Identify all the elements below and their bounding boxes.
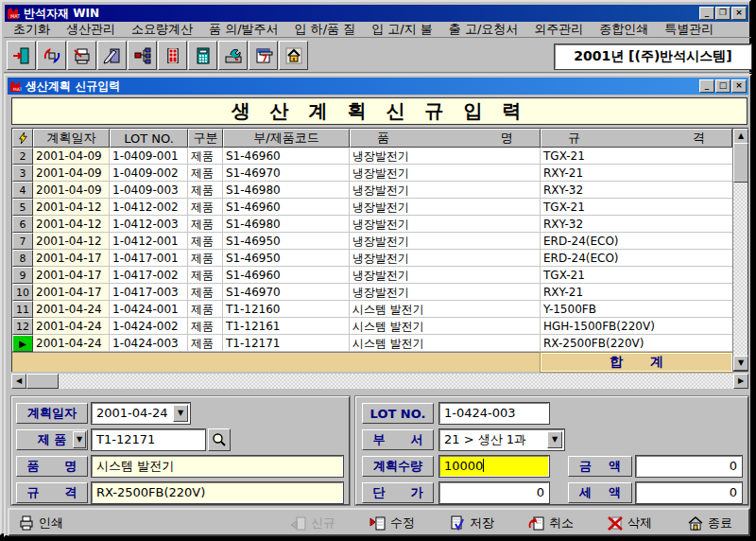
scroll-right-button[interactable]: ▶ <box>733 374 748 389</box>
cell-lot-no[interactable]: 1-0412-001 <box>110 233 188 250</box>
menu-item-receipt-payment[interactable]: 입 고/지 불 <box>371 21 433 38</box>
cell-lot-no[interactable]: 1-0424-003 <box>110 335 188 352</box>
department-combobox[interactable]: 21 > 생산 1과 ▼ <box>439 429 564 450</box>
cell-product-code[interactable]: T1-12161 <box>223 318 350 335</box>
dialog-restore-button[interactable]: □ <box>715 79 730 93</box>
cell-type[interactable]: 제품 <box>188 216 223 233</box>
cell-product-code[interactable]: T1-12171 <box>223 335 350 352</box>
cell-plan-date[interactable]: 2001-04-12 <box>33 233 110 250</box>
cell-spec[interactable]: TGX-21 <box>541 148 732 165</box>
cell-product-name[interactable]: 냉장발전기 <box>350 233 541 250</box>
product-type-combobox[interactable]: 제 품 ▼ <box>16 429 88 450</box>
toolbar-exit-button[interactable] <box>7 41 36 70</box>
cell-plan-date[interactable]: 2001-04-12 <box>33 216 110 233</box>
cell-type[interactable]: 제품 <box>188 148 223 165</box>
cell-product-name[interactable]: 냉장발전기 <box>350 284 541 301</box>
toolbar-calendar-button[interactable]: 7 <box>249 41 278 70</box>
cancel-button[interactable]: 취소 <box>525 512 576 533</box>
header-product-code[interactable]: 부/제품코드 <box>223 129 350 148</box>
save-button[interactable]: 저장 <box>446 512 497 533</box>
cell-lot-no[interactable]: 1-0409-002 <box>110 165 188 182</box>
cell-spec[interactable]: Y-1500FB <box>541 301 732 318</box>
header-type[interactable]: 구분 <box>188 129 223 148</box>
table-row[interactable]: 7 2001-04-12 1-0412-001 제품 S1-46950 냉장발전… <box>12 233 732 250</box>
cell-product-name[interactable]: 냉장발전기 <box>350 250 541 267</box>
cell-lot-no[interactable]: 1-0417-002 <box>110 267 188 284</box>
cell-lot-no[interactable]: 1-0417-003 <box>110 284 188 301</box>
cell-product-name[interactable]: 냉장발전기 <box>350 199 541 216</box>
menu-item-print-all[interactable]: 종합인쇄 <box>599 21 648 38</box>
cell-spec[interactable]: TGX-21 <box>541 199 732 216</box>
new-button[interactable]: 신규 <box>287 512 338 533</box>
cell-plan-date[interactable]: 2001-04-17 <box>33 284 110 301</box>
cell-plan-date[interactable]: 2001-04-12 <box>33 199 110 216</box>
table-row[interactable]: ▶ 2001-04-24 1-0424-003 제품 T1-12171 시스템 … <box>12 335 732 352</box>
menu-item-special[interactable]: 특별관리 <box>664 21 713 38</box>
toolbar-print-button[interactable] <box>67 41 96 70</box>
cell-type[interactable]: 제품 <box>188 165 223 182</box>
table-row[interactable]: 8 2001-04-17 1-0417-001 제품 S1-46950 냉장발전… <box>12 250 732 267</box>
cell-spec[interactable]: RXY-21 <box>541 165 732 182</box>
toolbar-register-button[interactable] <box>97 41 127 70</box>
cell-spec[interactable]: RX-2500FB(220V) <box>541 335 732 352</box>
cell-spec[interactable]: RXY-21 <box>541 284 732 301</box>
cell-lot-no[interactable]: 1-0412-003 <box>110 216 188 233</box>
row-number-cell[interactable]: 4 <box>12 182 33 199</box>
vertical-scroll-thumb[interactable] <box>733 143 748 183</box>
minimize-button[interactable]: _ <box>699 7 714 20</box>
cell-product-name[interactable]: 시스템 발전기 <box>350 318 541 335</box>
menu-item-receiving-quality[interactable]: 입 하/품 질 <box>295 21 356 38</box>
row-number-cell[interactable]: 8 <box>12 250 33 267</box>
toolbar-refresh-button[interactable] <box>37 41 66 70</box>
menu-item-outsourcing[interactable]: 외주관리 <box>534 21 583 38</box>
table-row[interactable]: 3 2001-04-09 1-0409-002 제품 S1-46970 냉장발전… <box>12 165 732 182</box>
tax-field[interactable]: 0 <box>636 482 742 503</box>
toolbar-ledger-button[interactable] <box>158 41 187 70</box>
cell-product-name[interactable]: 냉장발전기 <box>350 267 541 284</box>
cell-type[interactable]: 제품 <box>188 182 223 199</box>
restore-button[interactable]: ❐ <box>715 7 730 20</box>
cell-lot-no[interactable]: 1-0417-001 <box>110 250 188 267</box>
table-row[interactable]: 2 2001-04-09 1-0409-001 제품 S1-46960 냉장발전… <box>12 148 732 165</box>
cell-spec[interactable]: HGH-1500FB(220V) <box>541 318 732 335</box>
cell-type[interactable]: 제품 <box>188 267 223 284</box>
menu-item-production[interactable]: 생산관리 <box>66 21 115 38</box>
table-row[interactable]: 11 2001-04-24 1-0424-001 제품 T1-12160 시스템… <box>12 301 732 318</box>
cell-type[interactable]: 제품 <box>188 233 223 250</box>
cell-lot-no[interactable]: 1-0424-001 <box>110 301 188 318</box>
row-number-cell[interactable]: ▶ <box>12 335 33 352</box>
cell-plan-date[interactable]: 2001-04-09 <box>33 165 110 182</box>
header-spec[interactable]: 규격 <box>541 129 732 148</box>
cell-plan-date[interactable]: 2001-04-24 <box>33 301 110 318</box>
cell-lot-no[interactable]: 1-0412-002 <box>110 199 188 216</box>
cell-plan-date[interactable]: 2001-04-17 <box>33 250 110 267</box>
scroll-up-button[interactable]: ▲ <box>733 129 748 144</box>
toolbar-calculator-button[interactable] <box>188 41 217 70</box>
cell-product-name[interactable]: 시스템 발전기 <box>350 335 541 352</box>
table-row[interactable]: 6 2001-04-12 1-0412-003 제품 S1-46980 냉장발전… <box>12 216 732 233</box>
plan-qty-input[interactable]: 10000 <box>439 456 549 477</box>
cell-product-code[interactable]: T1-12160 <box>223 301 350 318</box>
cell-type[interactable]: 제품 <box>188 318 223 335</box>
scroll-left-button[interactable]: ◀ <box>11 374 26 389</box>
cell-product-name[interactable]: 냉장발전기 <box>350 216 541 233</box>
cell-lot-no[interactable]: 1-0409-003 <box>110 182 188 199</box>
cell-spec[interactable]: ERD-24(ECO) <box>541 233 732 250</box>
table-row[interactable]: 4 2001-04-09 1-0409-003 제품 S1-46980 냉장발전… <box>12 182 732 199</box>
menu-item-init[interactable]: 초기화 <box>13 21 50 38</box>
cell-lot-no[interactable]: 1-0424-002 <box>110 318 188 335</box>
cell-product-name[interactable]: 냉장발전기 <box>350 165 541 182</box>
cell-product-code[interactable]: S1-46960 <box>223 148 350 165</box>
cell-type[interactable]: 제품 <box>188 301 223 318</box>
toolbar-bom-tree-button[interactable] <box>128 41 157 70</box>
menu-item-order[interactable]: 품 의/발주서 <box>209 21 279 38</box>
horizontal-scroll-thumb[interactable] <box>26 374 59 389</box>
table-row[interactable]: 10 2001-04-17 1-0417-003 제품 S1-46970 냉장발… <box>12 284 732 301</box>
cell-plan-date[interactable]: 2001-04-24 <box>33 335 110 352</box>
exit-button[interactable]: 종료 <box>684 512 735 533</box>
toolbar-machine-button[interactable] <box>218 41 248 70</box>
cell-type[interactable]: 제품 <box>188 284 223 301</box>
menu-item-shipping-request[interactable]: 출 고/요청서 <box>449 21 519 38</box>
cell-spec[interactable]: ERD-24(ECO) <box>541 250 732 267</box>
cell-type[interactable]: 제품 <box>188 199 223 216</box>
